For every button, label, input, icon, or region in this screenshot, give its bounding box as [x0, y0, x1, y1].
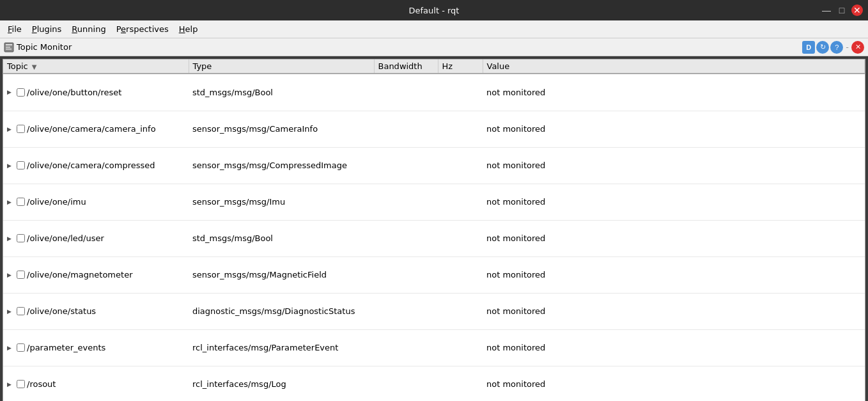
topic-cell: ▶ /olive/one/camera/camera_info — [3, 111, 189, 147]
plugin-close-button[interactable]: ✕ — [851, 41, 864, 54]
topic-cell: ▶ /olive/one/button/reset — [3, 74, 189, 111]
minimize-button[interactable]: — — [821, 4, 832, 16]
menu-bar: File Plugins Running Perspectives Help — [0, 20, 868, 38]
header-bandwidth[interactable]: Bandwidth — [374, 59, 438, 74]
separator: - — [846, 42, 849, 52]
hz-cell — [438, 111, 483, 147]
hz-cell — [438, 147, 483, 184]
row-checkbox[interactable] — [17, 271, 25, 279]
row-checkbox[interactable] — [17, 88, 25, 97]
value-cell: not monitored — [483, 184, 865, 220]
maximize-button[interactable]: □ — [836, 4, 848, 16]
svg-rect-3 — [6, 49, 12, 50]
row-checkbox[interactable] — [17, 380, 25, 388]
topic-cell: ▶ /olive/one/camera/compressed — [3, 147, 189, 184]
plugin-controls: D ↻ ? - ✕ — [802, 41, 864, 54]
bandwidth-cell — [374, 184, 438, 220]
menu-plugins[interactable]: Plugins — [27, 22, 67, 36]
table-row: ▶ /olive/one/status diagnostic_msgs/msg/… — [3, 293, 865, 329]
topic-cell: ▶ /olive/one/status — [3, 293, 189, 329]
table-body: ▶ /olive/one/button/reset std_msgs/msg/B… — [3, 74, 865, 401]
header-hz[interactable]: Hz — [438, 59, 483, 74]
table-row: ▶ /olive/one/camera/camera_info sensor_m… — [3, 111, 865, 147]
topic-cell: ▶ /olive/one/led/user — [3, 220, 189, 256]
bandwidth-cell — [374, 329, 438, 366]
value-cell: not monitored — [483, 220, 865, 256]
plugin-title: Topic Monitor — [4, 42, 72, 52]
plugin-title-text: Topic Monitor — [17, 42, 72, 52]
type-cell: std_msgs/msg/Bool — [189, 74, 374, 111]
row-checkbox[interactable] — [17, 198, 25, 206]
value-cell: not monitored — [483, 147, 865, 184]
expand-arrow[interactable]: ▶ — [7, 89, 15, 95]
type-cell: sensor_msgs/msg/Imu — [189, 184, 374, 220]
bandwidth-cell — [374, 220, 438, 256]
expand-arrow[interactable]: ▶ — [7, 345, 15, 351]
table-row: ▶ /olive/one/led/user std_msgs/msg/Bool … — [3, 220, 865, 256]
header-value[interactable]: Value — [483, 59, 865, 74]
bandwidth-cell — [374, 256, 438, 293]
type-cell: rcl_interfaces/msg/Log — [189, 366, 374, 401]
expand-arrow[interactable]: ▶ — [7, 272, 15, 278]
header-type[interactable]: Type — [189, 59, 374, 74]
expand-arrow[interactable]: ▶ — [7, 308, 15, 315]
d-button[interactable]: D — [802, 41, 815, 54]
hz-cell — [438, 293, 483, 329]
type-cell: sensor_msgs/msg/MagneticField — [189, 256, 374, 293]
refresh-button[interactable]: ↻ — [816, 41, 829, 54]
title-bar: Default - rqt — □ ✕ — [0, 0, 868, 20]
help-button[interactable]: ? — [830, 41, 843, 54]
close-button[interactable]: ✕ — [851, 4, 863, 16]
topic-table: Topic ▼ Type Bandwidth Hz Value — [3, 59, 865, 401]
topic-name: /olive/one/camera/compressed — [27, 161, 155, 170]
topic-name: /olive/one/magnetometer — [27, 270, 132, 279]
topic-cell: ▶ /parameter_events — [3, 329, 189, 366]
svg-rect-1 — [6, 44, 12, 45]
row-checkbox[interactable] — [17, 307, 25, 315]
expand-arrow[interactable]: ▶ — [7, 199, 15, 205]
menu-help[interactable]: Help — [174, 22, 203, 36]
expand-arrow[interactable]: ▶ — [7, 235, 15, 242]
table-row: ▶ /olive/one/button/reset std_msgs/msg/B… — [3, 74, 865, 111]
sort-arrow-topic: ▼ — [32, 63, 37, 70]
bandwidth-cell — [374, 366, 438, 401]
topic-monitor-icon — [4, 42, 14, 52]
value-cell: not monitored — [483, 256, 865, 293]
menu-file[interactable]: File — [3, 22, 27, 36]
window-title: Default - rqt — [409, 6, 460, 15]
menu-perspectives[interactable]: Perspectives — [111, 22, 174, 36]
row-checkbox[interactable] — [17, 343, 25, 352]
row-checkbox[interactable] — [17, 125, 25, 133]
type-cell: sensor_msgs/msg/CompressedImage — [189, 147, 374, 184]
expand-arrow[interactable]: ▶ — [7, 126, 15, 132]
table-row: ▶ /olive/one/imu sensor_msgs/msg/Imu not… — [3, 184, 865, 220]
hz-cell — [438, 74, 483, 111]
topic-cell: ▶ /rosout — [3, 366, 189, 401]
value-cell: not monitored — [483, 111, 865, 147]
topic-name: /rosout — [27, 379, 56, 389]
topic-cell: ▶ /olive/one/magnetometer — [3, 256, 189, 293]
topic-name: /olive/one/led/user — [27, 233, 104, 243]
type-cell: sensor_msgs/msg/CameraInfo — [189, 111, 374, 147]
table-row: ▶ /olive/one/magnetometer sensor_msgs/ms… — [3, 256, 865, 293]
value-cell: not monitored — [483, 329, 865, 366]
expand-arrow[interactable]: ▶ — [7, 162, 15, 169]
expand-arrow[interactable]: ▶ — [7, 381, 15, 388]
bandwidth-cell — [374, 111, 438, 147]
table-row: ▶ /olive/one/camera/compressed sensor_ms… — [3, 147, 865, 184]
row-checkbox[interactable] — [17, 234, 25, 242]
topic-cell: ▶ /olive/one/imu — [3, 184, 189, 220]
svg-rect-2 — [6, 47, 10, 48]
title-bar-controls: — □ ✕ — [821, 4, 863, 16]
header-topic[interactable]: Topic ▼ — [3, 59, 189, 74]
table-row: ▶ /rosout rcl_interfaces/msg/Log not mon… — [3, 366, 865, 401]
topic-name: /olive/one/status — [27, 306, 96, 316]
main-content: Topic ▼ Type Bandwidth Hz Value — [3, 59, 865, 401]
bandwidth-cell — [374, 74, 438, 111]
menu-running[interactable]: Running — [66, 22, 111, 36]
type-cell: std_msgs/msg/Bool — [189, 220, 374, 256]
table-row: ▶ /parameter_events rcl_interfaces/msg/P… — [3, 329, 865, 366]
hz-cell — [438, 184, 483, 220]
row-checkbox[interactable] — [17, 161, 25, 169]
hz-cell — [438, 220, 483, 256]
